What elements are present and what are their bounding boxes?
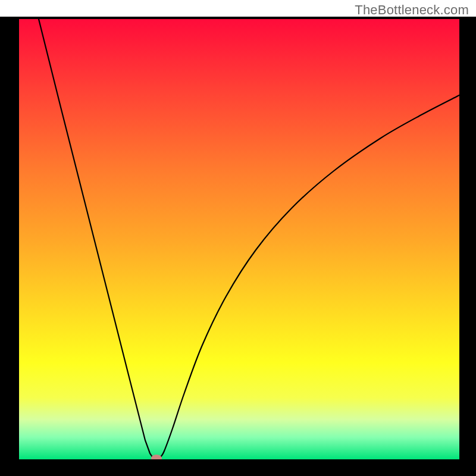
- plot-background: [19, 19, 459, 459]
- chart-svg: [0, 0, 476, 476]
- chart-stage: TheBottleneck.com: [0, 0, 476, 476]
